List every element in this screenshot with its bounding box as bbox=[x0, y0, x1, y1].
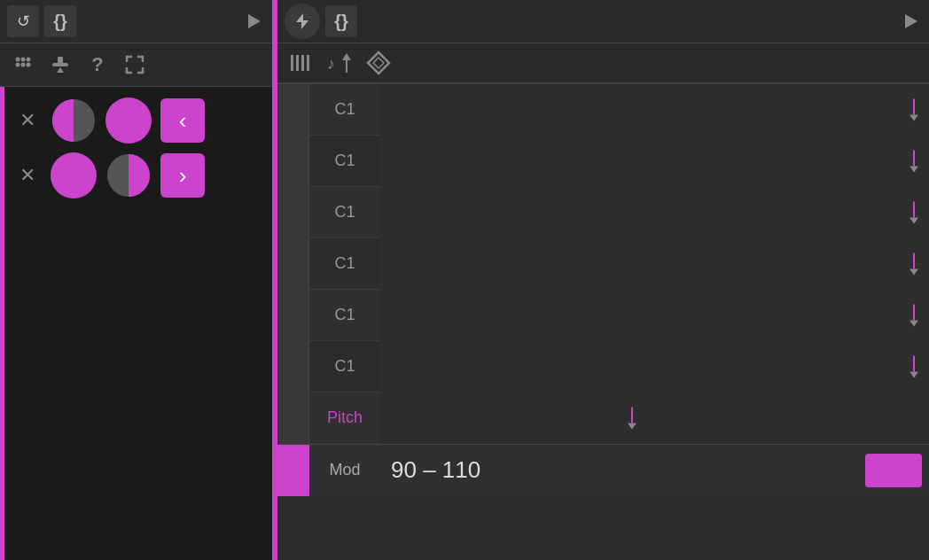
svg-rect-8 bbox=[58, 57, 63, 64]
left-toolbar: ? bbox=[0, 43, 272, 87]
row-label-3: C1 bbox=[309, 203, 380, 222]
svg-point-3 bbox=[16, 63, 20, 67]
arrow-right-button[interactable]: › bbox=[160, 153, 205, 198]
right-toolbar: ♪ bbox=[277, 43, 929, 84]
seq-lane-1[interactable] bbox=[380, 84, 929, 136]
pitch-label: Pitch bbox=[309, 408, 380, 427]
help-icon: ? bbox=[91, 53, 103, 76]
row-label-5: C1 bbox=[309, 306, 380, 324]
svg-point-0 bbox=[16, 58, 20, 62]
pitch-row-handle[interactable] bbox=[277, 393, 309, 444]
svg-marker-17 bbox=[342, 53, 351, 60]
seq-marker-5 bbox=[909, 304, 918, 326]
bolt-button[interactable] bbox=[285, 4, 320, 39]
right-top-bar: {} bbox=[277, 0, 929, 43]
play-triangle-icon bbox=[248, 14, 261, 28]
note-up-icon: ♪ bbox=[327, 51, 352, 74]
right-play-triangle-icon bbox=[905, 14, 917, 28]
loop-button[interactable]: ↺ bbox=[7, 5, 39, 37]
seq-marker-4 bbox=[909, 253, 918, 275]
seq-lane-5[interactable] bbox=[380, 290, 929, 341]
svg-rect-13 bbox=[296, 55, 299, 71]
pitch-lane[interactable] bbox=[380, 393, 929, 444]
full-circle-pink-1[interactable] bbox=[105, 97, 152, 144]
seq-lane-6[interactable] bbox=[380, 341, 929, 393]
svg-text:♪: ♪ bbox=[327, 55, 335, 73]
row-label-2: C1 bbox=[309, 152, 380, 170]
seq-row-1: C1 bbox=[277, 84, 929, 136]
svg-rect-15 bbox=[307, 55, 309, 71]
mod-row: Mod 90 – 110 bbox=[277, 444, 929, 495]
row-label-1: C1 bbox=[309, 100, 380, 119]
import-button[interactable] bbox=[44, 49, 76, 81]
diamond-button[interactable] bbox=[363, 47, 394, 79]
mod-pink-box[interactable] bbox=[865, 454, 922, 487]
row-label-4: C1 bbox=[309, 254, 380, 273]
svg-marker-7 bbox=[57, 67, 64, 73]
row-label-6: C1 bbox=[309, 357, 380, 376]
seq-lane-2[interactable] bbox=[380, 136, 929, 187]
seq-marker-1 bbox=[909, 98, 918, 121]
import-icon bbox=[51, 55, 70, 74]
seq-row-5: C1 bbox=[277, 290, 929, 341]
half-circle-right-1[interactable] bbox=[105, 152, 152, 198]
grid-dots-button[interactable] bbox=[7, 49, 39, 81]
bolt-icon bbox=[293, 12, 311, 30]
sequencer-body: C1 C1 C1 bbox=[277, 84, 929, 560]
left-top-bar: ↺ {} bbox=[0, 0, 272, 43]
close-icon-2[interactable]: ✕ bbox=[13, 164, 42, 187]
row-handle-2[interactable] bbox=[277, 136, 309, 187]
row-handle-3[interactable] bbox=[277, 187, 309, 238]
svg-point-4 bbox=[21, 63, 26, 67]
row-handle-5[interactable] bbox=[277, 290, 309, 341]
right-play-button[interactable] bbox=[901, 11, 922, 32]
half-circle-left-1[interactable] bbox=[51, 97, 97, 144]
expand-button[interactable] bbox=[119, 49, 151, 81]
svg-rect-14 bbox=[301, 55, 304, 71]
seq-row-2: C1 bbox=[277, 136, 929, 187]
svg-point-5 bbox=[27, 63, 31, 67]
seq-row-3: C1 bbox=[277, 187, 929, 238]
seq-marker-3 bbox=[909, 201, 918, 223]
svg-marker-11 bbox=[296, 13, 308, 29]
arrow-left-button[interactable]: ‹ bbox=[160, 98, 205, 143]
pitch-row: Pitch bbox=[277, 393, 929, 444]
seq-lane-3[interactable] bbox=[380, 187, 929, 238]
seq-row-6: C1 bbox=[277, 341, 929, 393]
seq-marker-2 bbox=[909, 150, 918, 172]
right-curly-icon: {} bbox=[334, 12, 348, 32]
diamond-icon bbox=[366, 51, 391, 75]
row-handle-6[interactable] bbox=[277, 341, 309, 393]
bars-icon bbox=[289, 51, 312, 74]
mod-value: 90 – 110 bbox=[380, 456, 865, 484]
expand-icon bbox=[125, 55, 144, 74]
seq-lane-4[interactable] bbox=[380, 238, 929, 290]
svg-rect-12 bbox=[291, 55, 293, 71]
play-button-left[interactable] bbox=[244, 11, 265, 32]
grid-area: ✕ ‹ ✕ bbox=[0, 87, 272, 560]
row-handle-4[interactable] bbox=[277, 238, 309, 290]
mod-label: Mod bbox=[309, 461, 380, 479]
note-up-button[interactable]: ♪ bbox=[324, 47, 355, 79]
curly-icon: {} bbox=[53, 12, 67, 32]
bars-button[interactable] bbox=[285, 47, 316, 79]
full-circle-pink-2[interactable] bbox=[51, 152, 97, 198]
seq-row-4: C1 bbox=[277, 238, 929, 290]
curly-braces-button[interactable]: {} bbox=[44, 5, 76, 37]
svg-point-1 bbox=[21, 58, 26, 62]
mod-handle[interactable] bbox=[277, 445, 309, 496]
left-panel: ↺ {} ? bbox=[0, 0, 275, 560]
grid-dots-icon bbox=[13, 55, 33, 74]
right-panel: {} ♪ bbox=[275, 0, 929, 560]
pitch-marker bbox=[628, 407, 636, 429]
right-curly-button[interactable]: {} bbox=[325, 5, 357, 37]
svg-marker-20 bbox=[373, 58, 384, 68]
help-button[interactable]: ? bbox=[82, 49, 113, 81]
svg-point-2 bbox=[27, 58, 31, 62]
close-icon-1[interactable]: ✕ bbox=[13, 109, 42, 132]
row-handle-1[interactable] bbox=[277, 84, 309, 136]
loop-icon: ↺ bbox=[17, 12, 30, 31]
svg-marker-19 bbox=[368, 52, 389, 74]
seq-marker-6 bbox=[909, 355, 918, 377]
